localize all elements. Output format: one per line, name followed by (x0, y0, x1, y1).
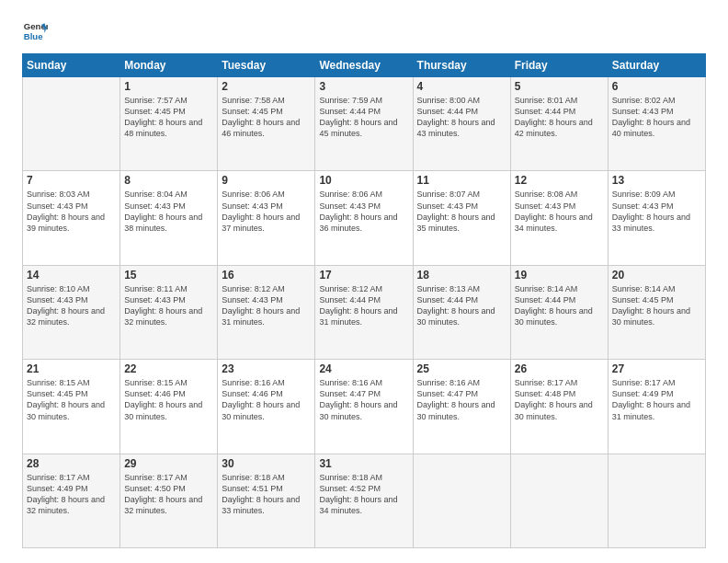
day-info: Sunrise: 8:13 AMSunset: 4:44 PMDaylight:… (417, 283, 506, 328)
day-cell: 17Sunrise: 8:12 AMSunset: 4:44 PMDayligh… (315, 265, 413, 359)
day-number: 8 (124, 174, 213, 187)
day-number: 31 (319, 457, 408, 470)
day-number: 10 (319, 174, 408, 187)
day-cell: 19Sunrise: 8:14 AMSunset: 4:44 PMDayligh… (510, 265, 608, 359)
day-cell: 20Sunrise: 8:14 AMSunset: 4:45 PMDayligh… (608, 265, 705, 359)
day-info: Sunrise: 8:09 AMSunset: 4:43 PMDaylight:… (612, 189, 701, 234)
day-cell: 25Sunrise: 8:16 AMSunset: 4:47 PMDayligh… (413, 360, 510, 454)
day-cell (413, 454, 510, 547)
day-info: Sunrise: 8:01 AMSunset: 4:44 PMDaylight:… (515, 95, 604, 140)
day-cell: 3Sunrise: 7:59 AMSunset: 4:44 PMDaylight… (315, 77, 413, 171)
weekday-header-monday: Monday (120, 54, 218, 77)
day-info: Sunrise: 8:00 AMSunset: 4:44 PMDaylight:… (417, 95, 506, 140)
day-number: 20 (612, 269, 701, 282)
day-cell: 7Sunrise: 8:03 AMSunset: 4:43 PMDaylight… (23, 171, 120, 265)
day-info: Sunrise: 8:15 AMSunset: 4:45 PMDaylight:… (27, 377, 116, 422)
day-number: 28 (27, 457, 116, 470)
day-cell: 12Sunrise: 8:08 AMSunset: 4:43 PMDayligh… (510, 171, 608, 265)
day-cell: 9Sunrise: 8:06 AMSunset: 4:43 PMDaylight… (218, 171, 315, 265)
day-cell: 28Sunrise: 8:17 AMSunset: 4:49 PMDayligh… (23, 454, 120, 547)
week-row-3: 14Sunrise: 8:10 AMSunset: 4:43 PMDayligh… (23, 265, 706, 359)
day-number: 11 (417, 174, 506, 187)
week-row-2: 7Sunrise: 8:03 AMSunset: 4:43 PMDaylight… (23, 171, 706, 265)
day-cell: 29Sunrise: 8:17 AMSunset: 4:50 PMDayligh… (120, 454, 218, 547)
day-number: 23 (222, 362, 311, 375)
day-cell: 11Sunrise: 8:07 AMSunset: 4:43 PMDayligh… (413, 171, 510, 265)
day-cell: 30Sunrise: 8:18 AMSunset: 4:51 PMDayligh… (218, 454, 315, 547)
day-number: 30 (222, 457, 311, 470)
day-cell: 2Sunrise: 7:58 AMSunset: 4:45 PMDaylight… (218, 77, 315, 171)
day-number: 27 (612, 362, 701, 375)
day-info: Sunrise: 8:08 AMSunset: 4:43 PMDaylight:… (515, 189, 604, 234)
day-number: 13 (612, 174, 701, 187)
day-cell: 27Sunrise: 8:17 AMSunset: 4:49 PMDayligh… (608, 360, 705, 454)
svg-text:Blue: Blue (24, 31, 43, 41)
week-row-4: 21Sunrise: 8:15 AMSunset: 4:45 PMDayligh… (23, 360, 706, 454)
day-number: 9 (222, 174, 311, 187)
day-number: 4 (417, 80, 506, 93)
week-row-5: 28Sunrise: 8:17 AMSunset: 4:49 PMDayligh… (23, 454, 706, 547)
weekday-header-saturday: Saturday (608, 54, 705, 77)
day-cell: 16Sunrise: 8:12 AMSunset: 4:43 PMDayligh… (218, 265, 315, 359)
weekday-header-row: SundayMondayTuesdayWednesdayThursdayFrid… (23, 54, 706, 77)
day-cell: 22Sunrise: 8:15 AMSunset: 4:46 PMDayligh… (120, 360, 218, 454)
day-info: Sunrise: 8:17 AMSunset: 4:50 PMDaylight:… (124, 472, 213, 517)
day-cell: 5Sunrise: 8:01 AMSunset: 4:44 PMDaylight… (510, 77, 608, 171)
day-cell: 18Sunrise: 8:13 AMSunset: 4:44 PMDayligh… (413, 265, 510, 359)
day-cell: 6Sunrise: 8:02 AMSunset: 4:43 PMDaylight… (608, 77, 705, 171)
logo: General Blue (22, 18, 48, 44)
day-number: 17 (319, 269, 408, 282)
day-info: Sunrise: 7:57 AMSunset: 4:45 PMDaylight:… (124, 95, 213, 140)
day-number: 26 (515, 362, 604, 375)
day-number: 6 (612, 80, 701, 93)
week-row-1: 1Sunrise: 7:57 AMSunset: 4:45 PMDaylight… (23, 77, 706, 171)
day-info: Sunrise: 8:10 AMSunset: 4:43 PMDaylight:… (27, 283, 116, 328)
day-info: Sunrise: 7:58 AMSunset: 4:45 PMDaylight:… (222, 95, 311, 140)
day-info: Sunrise: 8:06 AMSunset: 4:43 PMDaylight:… (222, 189, 311, 234)
day-cell (510, 454, 608, 547)
day-number: 18 (417, 269, 506, 282)
day-number: 29 (124, 457, 213, 470)
day-number: 15 (124, 269, 213, 282)
day-number: 24 (319, 362, 408, 375)
day-info: Sunrise: 8:18 AMSunset: 4:52 PMDaylight:… (319, 472, 408, 517)
day-info: Sunrise: 8:16 AMSunset: 4:46 PMDaylight:… (222, 377, 311, 422)
day-cell (23, 77, 120, 171)
day-cell: 24Sunrise: 8:16 AMSunset: 4:47 PMDayligh… (315, 360, 413, 454)
day-cell: 21Sunrise: 8:15 AMSunset: 4:45 PMDayligh… (23, 360, 120, 454)
day-cell: 10Sunrise: 8:06 AMSunset: 4:43 PMDayligh… (315, 171, 413, 265)
day-number: 2 (222, 80, 311, 93)
day-number: 12 (515, 174, 604, 187)
day-info: Sunrise: 8:03 AMSunset: 4:43 PMDaylight:… (27, 189, 116, 234)
day-number: 21 (27, 362, 116, 375)
day-info: Sunrise: 8:06 AMSunset: 4:43 PMDaylight:… (319, 189, 408, 234)
day-info: Sunrise: 8:14 AMSunset: 4:44 PMDaylight:… (515, 283, 604, 328)
day-cell: 4Sunrise: 8:00 AMSunset: 4:44 PMDaylight… (413, 77, 510, 171)
page: General Blue SundayMondayTuesdayWednesda… (0, 0, 728, 563)
day-number: 16 (222, 269, 311, 282)
day-cell: 15Sunrise: 8:11 AMSunset: 4:43 PMDayligh… (120, 265, 218, 359)
day-number: 1 (124, 80, 213, 93)
day-info: Sunrise: 8:18 AMSunset: 4:51 PMDaylight:… (222, 472, 311, 517)
day-cell: 26Sunrise: 8:17 AMSunset: 4:48 PMDayligh… (510, 360, 608, 454)
day-info: Sunrise: 8:17 AMSunset: 4:49 PMDaylight:… (27, 472, 116, 517)
day-info: Sunrise: 8:17 AMSunset: 4:48 PMDaylight:… (515, 377, 604, 422)
day-number: 14 (27, 269, 116, 282)
day-info: Sunrise: 8:04 AMSunset: 4:43 PMDaylight:… (124, 189, 213, 234)
day-cell (608, 454, 705, 547)
day-info: Sunrise: 8:16 AMSunset: 4:47 PMDaylight:… (319, 377, 408, 422)
day-info: Sunrise: 8:12 AMSunset: 4:43 PMDaylight:… (222, 283, 311, 328)
day-info: Sunrise: 8:17 AMSunset: 4:49 PMDaylight:… (612, 377, 701, 422)
day-cell: 14Sunrise: 8:10 AMSunset: 4:43 PMDayligh… (23, 265, 120, 359)
day-number: 22 (124, 362, 213, 375)
day-info: Sunrise: 8:11 AMSunset: 4:43 PMDaylight:… (124, 283, 213, 328)
day-info: Sunrise: 8:15 AMSunset: 4:46 PMDaylight:… (124, 377, 213, 422)
day-number: 5 (515, 80, 604, 93)
weekday-header-wednesday: Wednesday (315, 54, 413, 77)
day-number: 3 (319, 80, 408, 93)
calendar-table: SundayMondayTuesdayWednesdayThursdayFrid… (22, 53, 706, 548)
day-cell: 23Sunrise: 8:16 AMSunset: 4:46 PMDayligh… (218, 360, 315, 454)
weekday-header-thursday: Thursday (413, 54, 510, 77)
day-cell: 8Sunrise: 8:04 AMSunset: 4:43 PMDaylight… (120, 171, 218, 265)
logo-icon: General Blue (22, 18, 48, 44)
